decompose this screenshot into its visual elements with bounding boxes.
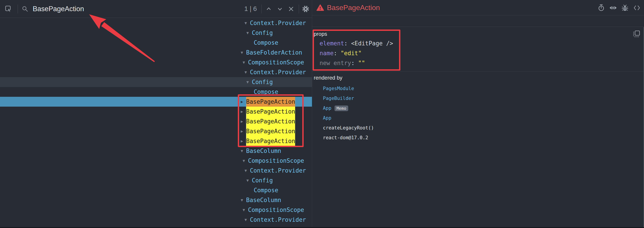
tree-row[interactable]: ▾Context.Provider	[0, 166, 312, 175]
suspend-toggle-button[interactable]	[597, 4, 605, 12]
component-name: BasePageAction	[246, 116, 295, 126]
warning-icon	[316, 4, 324, 11]
expander-down-icon[interactable]: ▾	[244, 67, 250, 77]
expander-right-icon[interactable]: ▸	[241, 126, 246, 136]
owner-label: createLegacyRoot()	[323, 125, 374, 130]
toolbar-separator	[261, 4, 262, 13]
tree-row[interactable]: ▾Context.Provider	[0, 18, 312, 28]
toolbar-separator	[18, 4, 18, 13]
component-tree: ▾Context.Provider▾ConfigCompose▾BaseFold…	[0, 18, 312, 228]
tree-row[interactable]: ▾BaseColumn	[0, 146, 312, 156]
inspected-element-panel: BasePageAction	[312, 0, 644, 228]
expander-down-icon[interactable]: ▾	[246, 28, 252, 38]
clear-search-button[interactable]	[287, 5, 295, 13]
expander-right-icon[interactable]: ▸	[241, 107, 246, 116]
expander-down-icon[interactable]: ▾	[241, 48, 246, 57]
tree-row[interactable]: ▾CompositionScope	[0, 57, 312, 67]
previous-match-button[interactable]	[265, 5, 273, 13]
settings-button[interactable]	[302, 5, 310, 13]
prop-colon: :	[334, 50, 340, 57]
tree-row[interactable]: ▸BasePageAction	[0, 116, 312, 126]
rendered-by-item: react-dom@17.0.2	[323, 133, 644, 143]
expander-down-icon[interactable]: ▾	[244, 166, 250, 175]
expander-right-icon[interactable]: ▸	[241, 116, 246, 126]
expander-down-icon[interactable]: ▾	[244, 18, 250, 28]
tree-row[interactable]: ▸BasePageAction	[0, 97, 312, 107]
tree-row[interactable]: ▾CompositionScope	[0, 205, 312, 215]
tree-row[interactable]: ▾BaseFolderAction	[0, 48, 312, 57]
rendered-by-item[interactable]: AppMemo	[323, 103, 644, 113]
tree-row[interactable]: ▾Config	[0, 77, 312, 87]
view-source-button[interactable]	[633, 4, 641, 12]
rendered-by-section-label: rendered by	[314, 75, 644, 81]
prop-value: <EditPage />	[351, 40, 393, 47]
inspected-component-title: BasePageAction	[327, 3, 380, 12]
copy-props-button[interactable]	[632, 30, 640, 38]
element-badges-row	[312, 15, 644, 27]
tree-row[interactable]: ▾BaseColumn	[0, 195, 312, 205]
tree-row[interactable]: ▸BasePageAction	[0, 126, 312, 136]
component-name: BasePageAction	[246, 107, 295, 116]
search-input[interactable]	[32, 5, 244, 13]
component-name: Config	[252, 28, 273, 38]
owner-link[interactable]: PageBuilder	[323, 96, 354, 101]
owner-label: react-dom@17.0.2	[323, 135, 368, 140]
inspect-element-button[interactable]	[4, 5, 12, 13]
expander-down-icon[interactable]: ▾	[246, 77, 252, 87]
owner-link[interactable]: App	[323, 106, 332, 111]
component-name: Context.Provider	[250, 166, 306, 175]
prop-key: element	[320, 40, 344, 47]
toolbar-separator	[299, 4, 299, 13]
component-name: BaseColumn	[246, 146, 281, 156]
tree-row[interactable]: Compose	[0, 185, 312, 195]
prop-key: new entry	[320, 60, 351, 66]
prop-row[interactable]: name: "edit"	[320, 48, 644, 58]
component-name: Context.Provider	[250, 18, 306, 28]
inspect-dom-button[interactable]	[609, 4, 617, 12]
component-name: CompositionScope	[248, 57, 304, 67]
rendered-by-item: createLegacyRoot()	[323, 123, 644, 133]
tree-row[interactable]: ▸BasePageAction	[0, 107, 312, 116]
expander-right-icon[interactable]: ▸	[241, 136, 246, 146]
tree-row[interactable]: ▾Config	[0, 175, 312, 185]
props-list: element: <EditPage />name: "edit"new ent…	[314, 38, 644, 68]
expander-down-icon[interactable]: ▾	[244, 215, 250, 225]
tree-row[interactable]: ▾Config	[0, 28, 312, 38]
inspected-element-header: BasePageAction	[312, 0, 644, 15]
expander-down-icon[interactable]: ▾	[243, 57, 248, 67]
rendered-by-item[interactable]: App	[323, 113, 644, 123]
rendered-by-item[interactable]: PageBuilder	[323, 94, 644, 103]
prop-value: ""	[358, 60, 365, 66]
expander-down-icon[interactable]: ▾	[243, 156, 248, 166]
next-match-button[interactable]	[276, 5, 284, 13]
component-name: BasePageAction	[246, 136, 295, 146]
expander-down-icon[interactable]: ▾	[241, 195, 246, 205]
log-component-data-button[interactable]	[621, 4, 629, 12]
props-section: props element: <EditPage />name: "edit"n…	[312, 27, 644, 72]
code-icon	[634, 5, 640, 11]
expander-down-icon[interactable]: ▾	[243, 205, 248, 215]
tree-row[interactable]: Compose	[0, 38, 312, 48]
expander-down-icon[interactable]: ▾	[241, 146, 246, 156]
expander-down-icon[interactable]: ▾	[246, 175, 252, 185]
tree-row[interactable]: ▾CompositionScope	[0, 156, 312, 166]
component-name: Compose	[254, 185, 278, 195]
tree-row[interactable]: ▾Context.Provider	[0, 67, 312, 77]
rendered-by-item[interactable]: PagesModule	[323, 84, 644, 94]
components-panel: 1 | 6 ▾Context.Provider▾Co	[0, 0, 312, 228]
component-name: Compose	[254, 38, 278, 48]
tree-row[interactable]: Compose	[0, 87, 312, 97]
chevron-down-icon	[277, 6, 283, 12]
prop-row[interactable]: new entry: ""	[320, 58, 644, 68]
tree-row[interactable]: ▾Context.Provider	[0, 215, 312, 225]
search-icon-wrap	[21, 5, 29, 13]
component-name: BasePageAction	[246, 97, 295, 107]
close-icon	[288, 6, 294, 12]
component-name: BaseFolderAction	[246, 48, 302, 57]
expander-right-icon[interactable]: ▸	[241, 97, 246, 107]
owner-link[interactable]: App	[323, 115, 332, 121]
prop-row[interactable]: element: <EditPage />	[320, 38, 644, 48]
owner-link[interactable]: PagesModule	[323, 86, 354, 91]
search-icon	[22, 5, 29, 12]
tree-row[interactable]: ▸BasePageAction	[0, 136, 312, 146]
